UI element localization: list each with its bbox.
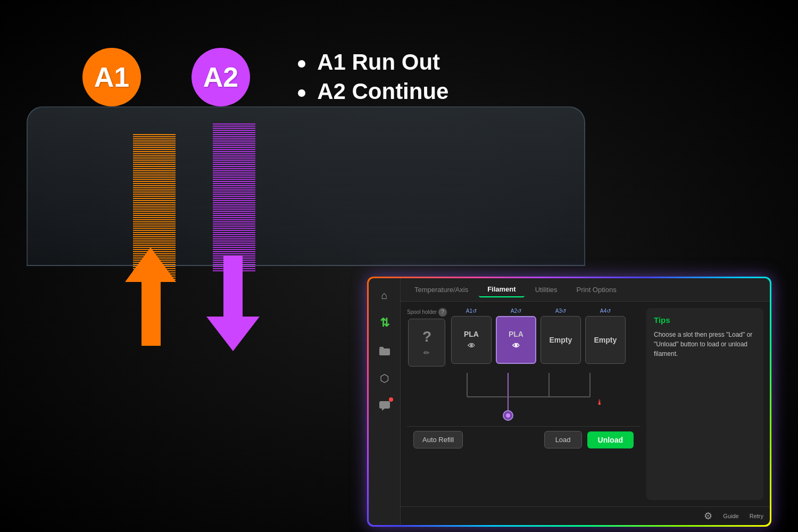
- filament-purple-strands: [213, 122, 255, 271]
- arrow-down-head: [206, 317, 260, 351]
- action-guide[interactable]: Guide: [723, 513, 738, 519]
- printer-cover: [27, 106, 585, 266]
- slot-label-a2: A2↺: [511, 308, 521, 314]
- slot-header-a4: A4↺: [600, 308, 611, 314]
- tab-print-options[interactable]: Print Options: [568, 282, 625, 297]
- status-text: A1 Run Out A2 Continue: [298, 48, 448, 106]
- tips-text: Choose a slot then press "Load" or "Unlo…: [654, 330, 756, 359]
- tube-inner: [506, 413, 510, 418]
- badge-a2: A2: [192, 48, 250, 106]
- arrow-up-head: [125, 247, 176, 282]
- spool-holder: Spool holder ? ? ✏: [407, 308, 447, 367]
- slot-box-a2[interactable]: PLA 👁: [496, 316, 536, 364]
- filament-slot-a4: A4↺ Empty: [585, 308, 626, 364]
- connectors-svg: 🌡: [447, 373, 628, 421]
- spool-question-mark: ?: [422, 328, 431, 345]
- slot-header-a2: A2↺: [511, 308, 521, 314]
- sidebar: ⌂ ⇅ ⬡: [369, 278, 401, 525]
- slot-header-a1: A1↺: [466, 308, 477, 314]
- tab-bar: Temperature/Axis Filament Utilities Prin…: [401, 278, 770, 302]
- slot-material-a3: Empty: [550, 336, 572, 344]
- sidebar-icon-settings[interactable]: ⇅: [373, 311, 396, 335]
- gear-icon: ⚙: [704, 510, 712, 522]
- sidebar-icon-messages[interactable]: [373, 394, 396, 418]
- slot-header-a3: A3↺: [555, 308, 566, 314]
- unload-button[interactable]: Unload: [587, 431, 634, 448]
- slot-box-a4[interactable]: Empty: [585, 316, 626, 364]
- arrow-up-shaft: [142, 282, 161, 346]
- tips-area: Tips Choose a slot then press "Load" or …: [646, 308, 763, 500]
- tab-temperature[interactable]: Temperature/Axis: [406, 282, 477, 297]
- filament-slot-a3: A3↺ Empty: [541, 308, 581, 364]
- svg-rect-0: [379, 348, 390, 355]
- spool-holder-label: Spool holder ?: [407, 308, 447, 317]
- svg-rect-1: [379, 401, 390, 409]
- slot-label-a3: A3↺: [555, 308, 566, 314]
- filament-tube-indicator: [503, 410, 513, 421]
- sidebar-icon-home[interactable]: ⌂: [373, 284, 396, 307]
- action-settings[interactable]: ⚙: [704, 510, 712, 522]
- svg-text:🌡: 🌡: [596, 398, 603, 406]
- spool-edit-icon[interactable]: ✏: [423, 348, 430, 357]
- eye-icon-a1[interactable]: 👁: [468, 342, 475, 350]
- spool-slot[interactable]: ? ✏: [408, 319, 445, 367]
- filament-slot-a2: A2↺ PLA 👁: [496, 308, 536, 364]
- bullet-1: [298, 60, 305, 68]
- badge-a1: A1: [82, 48, 141, 106]
- action-bar: ⚙ Guide Retry: [401, 506, 770, 525]
- help-icon[interactable]: ?: [438, 308, 447, 317]
- main-content: Temperature/Axis Filament Utilities Prin…: [401, 278, 770, 525]
- slot-box-a1[interactable]: PLA 👁: [451, 316, 492, 364]
- arrow-down-shaft: [223, 255, 243, 319]
- slot-material-a4: Empty: [594, 336, 617, 344]
- eye-icon-a2[interactable]: 👁: [512, 342, 520, 350]
- slot-box-a3[interactable]: Empty: [541, 316, 581, 364]
- ui-panel: ⌂ ⇅ ⬡ Temperature/Axis Filament: [367, 277, 771, 527]
- action-retry[interactable]: Retry: [750, 513, 763, 519]
- sidebar-icon-files[interactable]: [373, 339, 396, 362]
- slot-label-a4: A4↺: [600, 308, 611, 314]
- slots-area: Spool holder ? ? ✏ A1↺: [407, 308, 640, 500]
- slot-material-a2: PLA: [509, 330, 523, 338]
- load-button[interactable]: Load: [544, 431, 582, 448]
- slot-material-a1: PLA: [464, 330, 479, 338]
- tips-title: Tips: [654, 315, 756, 325]
- ui-panel-inner: ⌂ ⇅ ⬡ Temperature/Axis Filament: [369, 278, 770, 525]
- filament-slot-a1: A1↺ PLA 👁: [451, 308, 492, 364]
- status-item-1: A1 Run Out: [298, 48, 448, 77]
- guide-label: Guide: [723, 513, 738, 519]
- bullet-2: [298, 89, 305, 97]
- retry-label: Retry: [750, 513, 763, 519]
- status-item-2: A2 Continue: [298, 77, 448, 106]
- auto-refill-button[interactable]: Auto Refill: [413, 431, 463, 448]
- slot-label-a1: A1↺: [466, 308, 477, 314]
- panel-body: Spool holder ? ? ✏ A1↺: [401, 302, 770, 506]
- bottom-buttons: Auto Refill Load Unload: [407, 426, 640, 453]
- slots-row: Spool holder ? ? ✏ A1↺: [407, 308, 640, 367]
- connector-lines: 🌡: [447, 373, 628, 421]
- tab-utilities[interactable]: Utilities: [527, 282, 566, 297]
- tab-filament[interactable]: Filament: [479, 282, 524, 297]
- sidebar-icon-config[interactable]: ⬡: [373, 367, 396, 390]
